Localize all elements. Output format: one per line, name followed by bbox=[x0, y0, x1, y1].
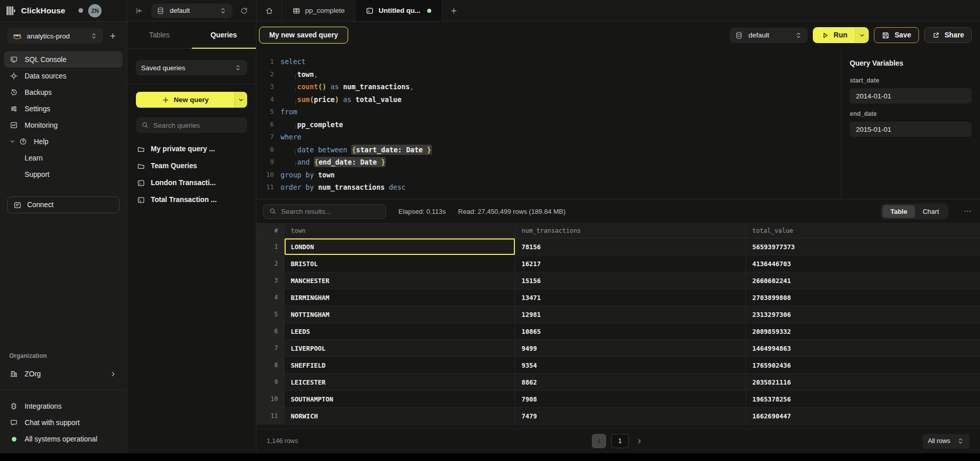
organization-item[interactable]: ZOrg bbox=[4, 366, 123, 382]
sidebar-item-data-sources[interactable]: Data sources bbox=[4, 68, 123, 84]
query-parameter-chip[interactable]: {start_date: Date } bbox=[351, 145, 431, 155]
share-button[interactable]: Share bbox=[924, 27, 972, 43]
town-cell[interactable]: BRISTOL bbox=[285, 255, 515, 272]
town-cell[interactable]: LEICESTER bbox=[285, 374, 515, 391]
tab-label: Untitled qu... bbox=[378, 7, 421, 14]
new-query-button[interactable]: New query bbox=[136, 92, 234, 108]
run-options-button[interactable] bbox=[855, 28, 868, 43]
save-button[interactable]: Save bbox=[874, 27, 918, 43]
saved-query-item-team-queries[interactable]: Team Queries bbox=[136, 157, 247, 174]
num-transactions-cell[interactable]: 7479 bbox=[515, 408, 746, 425]
refresh-icon[interactable] bbox=[240, 7, 248, 15]
town-cell[interactable]: LONDON bbox=[285, 238, 515, 255]
run-database-selector[interactable]: default bbox=[730, 28, 808, 43]
next-page-button[interactable] bbox=[634, 438, 645, 445]
chart-view-button[interactable]: Chart bbox=[915, 205, 947, 218]
avatar[interactable]: ZN bbox=[88, 4, 102, 17]
column-header-index: # bbox=[256, 224, 285, 238]
sidebar-item-label: Learn bbox=[25, 154, 43, 162]
page-size-selector[interactable]: All rows bbox=[923, 434, 970, 449]
search-results-input[interactable] bbox=[281, 208, 381, 215]
town-cell[interactable]: SHEFFIELD bbox=[285, 357, 515, 374]
total-value-cell[interactable]: 56593977373 bbox=[746, 238, 980, 255]
row-index-cell: 5 bbox=[256, 306, 285, 323]
saved-query-tab[interactable]: My new saved query bbox=[259, 27, 348, 44]
total-value-cell[interactable]: 2035821116 bbox=[746, 374, 980, 391]
num-transactions-cell[interactable]: 13471 bbox=[515, 289, 746, 306]
query-parameter-chip[interactable]: {end_date: Date } bbox=[314, 157, 386, 167]
tab-tables[interactable]: Tables bbox=[127, 22, 192, 48]
add-service-button[interactable] bbox=[103, 32, 123, 40]
town-cell[interactable]: BIRMINGHAM bbox=[285, 289, 515, 306]
column-header-town[interactable]: town bbox=[285, 224, 515, 238]
new-query-dropdown-button[interactable] bbox=[234, 92, 247, 108]
num-transactions-cell[interactable]: 15156 bbox=[515, 272, 746, 289]
total-value-cell[interactable]: 1765902436 bbox=[746, 357, 980, 374]
table-view-button[interactable]: Table bbox=[883, 205, 915, 218]
end-date-input[interactable] bbox=[850, 122, 972, 137]
num-transactions-cell[interactable]: 7908 bbox=[515, 391, 746, 408]
town-cell[interactable]: MANCHESTER bbox=[285, 272, 515, 289]
start-date-input[interactable] bbox=[850, 88, 972, 104]
database-selector-value: default bbox=[170, 7, 215, 14]
total-value-cell[interactable]: 2313297306 bbox=[746, 306, 980, 323]
tab-home[interactable] bbox=[257, 0, 282, 21]
tab-queries[interactable]: Queries bbox=[192, 22, 256, 48]
town-cell[interactable]: SOUTHAMPTON bbox=[285, 391, 515, 408]
town-cell[interactable]: NORWICH bbox=[285, 408, 515, 425]
view-toggle: Table Chart bbox=[881, 204, 948, 219]
code-line: 4sum(price) as total_value bbox=[256, 93, 841, 106]
town-cell[interactable]: NOTTINGHAM bbox=[285, 306, 515, 323]
editor-row: 1select2town,3count() as num_transaction… bbox=[256, 49, 980, 199]
town-cell[interactable]: LEEDS bbox=[285, 323, 515, 340]
column-header-total-value[interactable]: total_value bbox=[746, 224, 980, 238]
sidebar-item-support[interactable]: Support bbox=[4, 166, 123, 183]
sidebar-item-all-systems-operational[interactable]: All systems operational bbox=[4, 431, 123, 447]
total-value-cell[interactable]: 1965378256 bbox=[746, 391, 980, 408]
saved-query-item-london-transacti[interactable]: London Transacti... bbox=[136, 174, 247, 191]
sidebar-item-chat-with-support[interactable]: Chat with support bbox=[4, 414, 123, 431]
num-transactions-cell[interactable]: 9499 bbox=[515, 340, 746, 357]
overflow-menu-icon[interactable] bbox=[964, 207, 972, 215]
num-transactions-cell[interactable]: 10865 bbox=[515, 323, 746, 340]
column-header-num-transactions[interactable]: num_transactions bbox=[515, 224, 746, 238]
num-transactions-cell[interactable]: 16217 bbox=[515, 255, 746, 272]
sidebar-item-backups[interactable]: Backups bbox=[4, 84, 123, 101]
num-transactions-cell[interactable]: 78156 bbox=[515, 238, 746, 255]
connect-button[interactable]: Connect bbox=[7, 196, 119, 213]
sidebar-item-help[interactable]: Help bbox=[4, 133, 123, 150]
collapse-sidebar-icon[interactable] bbox=[135, 7, 144, 15]
town-cell[interactable]: LIVERPOOL bbox=[285, 340, 515, 357]
saved-queries-label: Saved queries bbox=[141, 64, 185, 72]
run-button[interactable]: Run bbox=[813, 28, 855, 43]
saved-query-item-my-private-query[interactable]: My private query ... bbox=[136, 141, 247, 157]
sidebar-item-monitoring[interactable]: Monitoring bbox=[4, 117, 123, 133]
editor-toolbar: My new saved query default Run bbox=[256, 22, 980, 49]
saved-queries-selector[interactable]: Saved queries bbox=[136, 60, 247, 75]
sidebar-item-settings[interactable]: Settings bbox=[4, 101, 123, 117]
save-icon bbox=[882, 31, 890, 39]
saved-query-item-total-transaction[interactable]: Total Transaction ... bbox=[136, 191, 247, 208]
total-value-cell[interactable]: 2089859332 bbox=[746, 323, 980, 340]
search-queries-input[interactable] bbox=[153, 122, 242, 129]
total-value-cell[interactable]: 1662690447 bbox=[746, 408, 980, 425]
tab-untitled-query[interactable]: Untitled qu... bbox=[355, 0, 442, 21]
total-value-cell[interactable]: 1464994863 bbox=[746, 340, 980, 357]
total-value-cell[interactable]: 2703899808 bbox=[746, 289, 980, 306]
current-page[interactable]: 1 bbox=[611, 434, 629, 448]
database-selector[interactable]: default bbox=[151, 4, 232, 18]
sidebar-item-integrations[interactable]: Integrations bbox=[4, 398, 123, 414]
num-transactions-cell[interactable]: 9354 bbox=[515, 357, 746, 374]
tab-pp-complete[interactable]: pp_complete bbox=[282, 0, 355, 21]
num-transactions-cell[interactable]: 8862 bbox=[515, 374, 746, 391]
new-tab-button[interactable] bbox=[442, 0, 466, 21]
workspace-selector[interactable]: aws analytics-prod bbox=[7, 28, 103, 44]
sql-editor[interactable]: 1select2town,3count() as num_transaction… bbox=[256, 49, 841, 199]
total-value-cell[interactable]: 4136446703 bbox=[746, 255, 980, 272]
total-value-cell[interactable]: 2660602241 bbox=[746, 272, 980, 289]
sidebar-item-learn[interactable]: Learn bbox=[4, 150, 123, 166]
sidebar-item-sql-console[interactable]: SQL Console bbox=[4, 51, 123, 68]
search-results-box bbox=[263, 204, 386, 219]
num-transactions-cell[interactable]: 12981 bbox=[515, 306, 746, 323]
previous-page-button[interactable] bbox=[592, 434, 606, 448]
